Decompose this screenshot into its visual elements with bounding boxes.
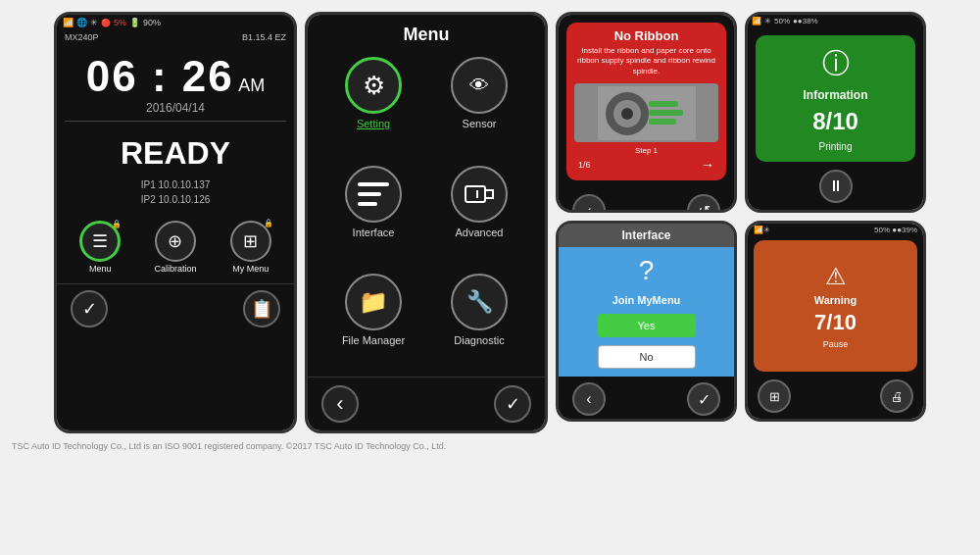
date-value: 2016/04/14	[57, 101, 294, 115]
screen-warning: 📶✳ 50% ●●39% ⚠ Warning 7/10 Pause ⊞ 🖨	[745, 221, 926, 422]
check-button-interface[interactable]: ✓	[687, 382, 720, 416]
no-ribbon-desc: Install the ribbon and paper core onto r…	[574, 46, 718, 76]
info-bt-icon: ✳	[764, 17, 771, 25]
battery-red-icon: 🔴	[101, 19, 111, 27]
warning-status-bar: 📶✳ 50% ●●39%	[748, 224, 923, 236]
svg-rect-8	[649, 101, 678, 107]
question-icon: ?	[639, 255, 655, 286]
menu-title: Menu	[308, 15, 545, 53]
svg-rect-3	[466, 186, 485, 202]
check-button-menu[interactable]: ✓	[494, 385, 531, 423]
calibration-symbol: ⊕	[168, 230, 182, 252]
diagnostic-label: Diagnostic	[454, 334, 504, 346]
interface-icon[interactable]	[345, 166, 402, 223]
svg-rect-10	[649, 119, 676, 125]
no-ribbon-alert: No Ribbon Install the ribbon and paper c…	[566, 23, 726, 180]
join-mymenu-text: Join MyMenu	[612, 294, 681, 306]
menu-item-diagnostic[interactable]: 🔧 Diagnostic	[429, 274, 529, 373]
interface-dialog-body: ? Join MyMenu Yes No	[559, 247, 734, 377]
advanced-label: Advanced	[456, 227, 504, 238]
no-button[interactable]: No	[598, 345, 696, 369]
calibration-nav-btn[interactable]: ⊕ Calibration	[154, 221, 196, 274]
ribbon-image	[574, 83, 718, 142]
ip-info: IP1 10.0.10.137 IP2 10.0.10.126	[57, 177, 294, 207]
sensor-icon[interactable]: 👁	[451, 57, 508, 114]
time-value: 06 : 26	[86, 52, 234, 100]
screen-no-ribbon: No Ribbon Install the ribbon and paper c…	[556, 12, 737, 213]
screen-interface-dialog: Interface ? Join MyMenu Yes No ‹ ✓	[556, 221, 737, 422]
clipboard-button-1[interactable]: 📋	[243, 290, 280, 328]
menu-item-filemanager[interactable]: 📁 File Manager	[323, 274, 423, 373]
menu-item-sensor[interactable]: 👁 Sensor	[429, 57, 529, 156]
warn-battery: 50% ●●39%	[874, 226, 917, 234]
interface-dialog-header: Interface	[559, 224, 734, 247]
nav-buttons: ☰ Menu ⊕ Calibration ⊞ My Menu	[57, 211, 294, 283]
status-bar-1: 📶 🌐 ✳ 🔴 5% 🔋 90%	[57, 15, 294, 30]
warning-title: Warning	[814, 294, 858, 306]
menu-item-setting[interactable]: ⚙ Setting	[323, 57, 423, 156]
bluetooth-icon: ✳	[90, 18, 98, 27]
ip2-label: IP2 10.0.10.126	[57, 192, 294, 207]
svg-rect-9	[649, 110, 683, 116]
next-arrow[interactable]: →	[701, 157, 714, 173]
battery2-percent: 90%	[143, 18, 161, 27]
divider-1	[65, 121, 286, 122]
right-col-2: 📶 ✳ 50% ●●38% ⓘ Information 8/10 Printin…	[745, 12, 926, 422]
ready-status: READY	[57, 126, 294, 177]
menu-grid: ⚙ Setting 👁 Sensor Interface	[308, 53, 545, 377]
menu-icon-symbol: ☰	[92, 230, 108, 252]
print-button-warning[interactable]: 🖨	[880, 379, 913, 413]
mymenu-symbol: ⊞	[243, 230, 258, 252]
time-display: 06 : 26 AM 2016/04/14	[57, 44, 294, 117]
svg-point-7	[621, 108, 633, 120]
device-info: MX240P B1.15.4 EZ	[57, 30, 294, 44]
menu-nav-label: Menu	[89, 264, 112, 274]
mymenu-nav-label: My Menu	[232, 264, 269, 274]
info-wifi-icon: 📶	[752, 17, 761, 25]
diagnostic-icon[interactable]: 🔧	[451, 274, 508, 330]
setting-icon[interactable]: ⚙	[345, 57, 402, 114]
menu-nav-btn[interactable]: ☰ Menu	[79, 221, 121, 274]
advanced-icon[interactable]	[451, 166, 508, 223]
filemanager-icon[interactable]: 📁	[345, 274, 402, 330]
refresh-button-ribbon[interactable]: ↺	[687, 194, 720, 213]
no-ribbon-title: No Ribbon	[574, 28, 718, 43]
calibration-icon[interactable]: ⊕	[155, 221, 196, 262]
back-button-ribbon[interactable]: ‹	[572, 194, 606, 213]
back-button-menu[interactable]: ‹	[321, 385, 359, 423]
info-bat1: 50%	[774, 17, 790, 25]
menu-item-interface[interactable]: Interface	[323, 166, 423, 265]
ip1-label: IP1 10.0.10.137	[57, 177, 294, 192]
check-button-1[interactable]: ✓	[71, 290, 108, 328]
calibration-nav-label: Calibration	[154, 264, 196, 274]
info-status-bar: 📶 ✳ 50% ●●38%	[748, 15, 923, 27]
menu-icon[interactable]: ☰	[79, 221, 121, 262]
pause-button-info[interactable]: ⏸	[819, 170, 853, 203]
mymenu-icon[interactable]: ⊞	[230, 221, 271, 262]
menu-item-advanced[interactable]: Advanced	[429, 166, 529, 265]
grid-button-warning[interactable]: ⊞	[758, 379, 791, 413]
screen-information: 📶 ✳ 50% ●●38% ⓘ Information 8/10 Printin…	[745, 12, 926, 213]
filemanager-label: File Manager	[342, 334, 405, 346]
yes-button[interactable]: Yes	[598, 314, 696, 337]
info-status-text: Printing	[819, 141, 853, 152]
svg-rect-0	[358, 182, 389, 186]
model-label: MX240P	[65, 32, 99, 42]
network-icon: 🌐	[76, 18, 87, 27]
no-ribbon-bottom: ‹ ↺	[559, 188, 734, 213]
back-button-interface[interactable]: ‹	[572, 382, 606, 416]
warning-box: ⚠ Warning 7/10 Pause	[754, 240, 917, 372]
info-bottom: ⏸	[748, 166, 923, 211]
info-icon-symbol: ⓘ	[822, 45, 850, 82]
firmware-label: B1.15.4 EZ	[242, 32, 286, 42]
info-count: 8/10	[812, 108, 858, 135]
warning-count: 7/10	[814, 310, 857, 335]
info-bat2: ●●38%	[793, 17, 818, 25]
sensor-label: Sensor	[463, 118, 497, 129]
menu-bottom-bar: ‹ ✓	[308, 377, 545, 430]
step-label: Step 1	[574, 146, 718, 155]
bottom-bar-1: ✓ 📋	[57, 283, 294, 333]
info-title: Information	[804, 88, 868, 102]
mymenu-nav-btn[interactable]: ⊞ My Menu	[230, 221, 271, 274]
footer-text: TSC Auto ID Technology Co., Ltd is an IS…	[0, 437, 980, 455]
